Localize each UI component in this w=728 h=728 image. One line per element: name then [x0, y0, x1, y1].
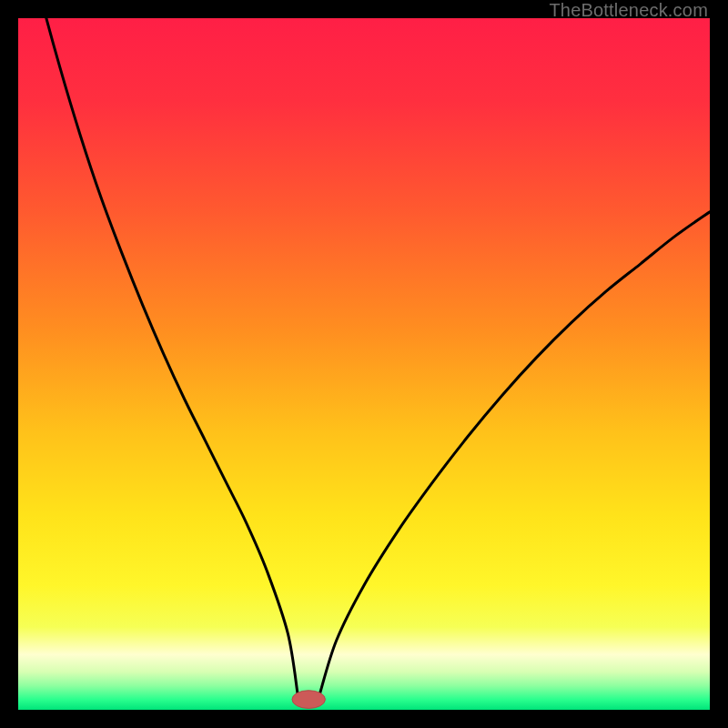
gradient-background — [18, 18, 710, 710]
plot-area — [18, 18, 710, 710]
watermark-text: TheBottleneck.com — [549, 0, 708, 21]
chart-frame: TheBottleneck.com — [0, 0, 728, 728]
optimal-point-marker — [292, 691, 325, 709]
bottleneck-chart — [18, 18, 710, 710]
